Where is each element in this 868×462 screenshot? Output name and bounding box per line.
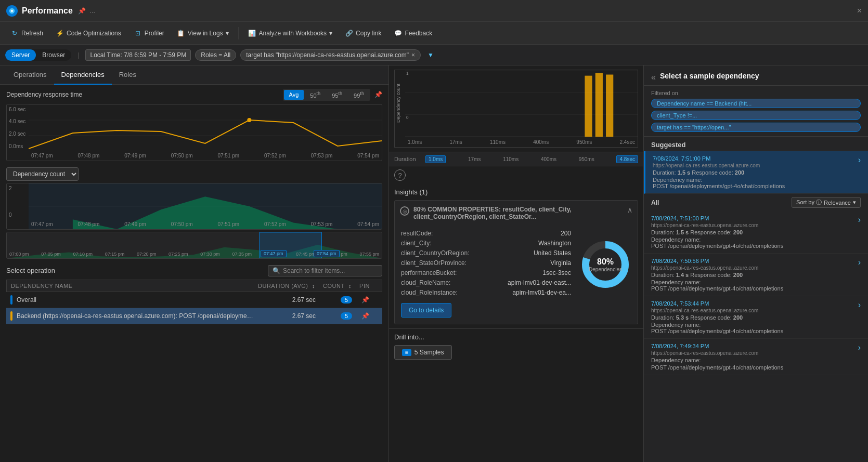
- pin-icon[interactable]: 📌: [78, 7, 86, 15]
- sample-url: https://openai-ca-res-eastus.openai.azur…: [651, 350, 783, 356]
- scatter-y-axis: Dependency count: [395, 70, 402, 137]
- th-pin: PIN: [352, 283, 378, 289]
- samples-button[interactable]: ≡ 5 Samples: [394, 345, 452, 360]
- table-header: DEPENDENCY NAME DURATION (AVG) ↕ COUNT ↕…: [6, 280, 382, 292]
- code-optimizations-button[interactable]: ⚡ Code Optimizations: [50, 27, 126, 40]
- filter-funnel-icon[interactable]: ▼: [425, 49, 436, 61]
- p50-button[interactable]: 50th: [305, 90, 326, 100]
- sample-time: 7/08/2024, 7:51:00 PM: [653, 155, 785, 162]
- samples-icon: ≡: [402, 349, 411, 356]
- th-count[interactable]: COUNT ↕: [315, 283, 352, 289]
- filter-chip-target[interactable]: target has == "https://open...": [651, 123, 861, 132]
- time-filter[interactable]: Local Time: 7/8 6:59 PM - 7:59 PM: [85, 49, 191, 61]
- th-duration[interactable]: DURATION (AVG) ↕: [253, 283, 315, 289]
- sample-nav-icon: ›: [858, 300, 861, 310]
- dep-count-chart: 2 0 07:47 pm 07:48 pm 07:49 pm 07:50 pm …: [6, 183, 382, 230]
- select-operation-title: Select operation: [6, 267, 55, 274]
- feedback-button[interactable]: 💬 Feedback: [388, 27, 437, 40]
- sample-meta: Dependency name:: [651, 357, 783, 363]
- row-count: 5: [316, 296, 352, 303]
- row-duration: 2.67 sec: [253, 312, 316, 320]
- p99-button[interactable]: 99th: [348, 90, 369, 100]
- analyze-workbooks-button[interactable]: 📊 Analyze with Workbooks ▾: [243, 27, 338, 40]
- time-filter-label: Local Time: 7/8 6:59 PM - 7:59 PM: [90, 51, 186, 59]
- sort-select[interactable]: Sort by ⓘ Relevance ▾: [792, 197, 861, 208]
- target-filter-pill[interactable]: target has "https://openai-ca-res-eastus…: [240, 49, 421, 61]
- page-title: Performance: [22, 6, 73, 16]
- roles-filter-pill[interactable]: Roles = All: [195, 49, 236, 61]
- time-overview: 07:00 pm 07:05 pm 07:10 pm 07:15 pm 07:2…: [6, 232, 382, 259]
- dep-chart-y-labels: 2 0: [7, 183, 29, 220]
- target-filter-label: target has "https://openai-ca-res-eastus…: [246, 51, 409, 59]
- svg-rect-21: [595, 73, 603, 137]
- sample-list: 7/08/2024, 7:51:00 PM https://openai-ca-…: [644, 211, 868, 462]
- help-icon[interactable]: ?: [394, 169, 406, 181]
- sample-time: 7/08/2024, 7:49:34 PM: [651, 343, 783, 349]
- dep-name-label: Dependency name:: [651, 279, 783, 285]
- sort-by-label: Sort by ⓘ: [796, 199, 822, 206]
- filter-bar: Server Browser | Local Time: 7/8 6:59 PM…: [0, 45, 868, 65]
- chart-pin-icon[interactable]: 📌: [374, 91, 382, 98]
- insight-collapse-icon[interactable]: ∧: [627, 206, 632, 214]
- sample-item[interactable]: 7/08/2024, 7:51:00 PM https://openai-ca-…: [644, 211, 868, 254]
- sample-dep-name-value: POST /openai/deployments/gpt-4o/chat/com…: [653, 183, 785, 189]
- sample-url: https://openai-ca-res-eastus.openai.azur…: [653, 163, 785, 168]
- close-button[interactable]: ×: [857, 6, 862, 16]
- table-row[interactable]: Backend (https://openai-ca-res-eastus.op…: [6, 308, 382, 324]
- refresh-button[interactable]: ↻ Refresh: [5, 27, 48, 40]
- filter-chip-dep-name[interactable]: Dependency name == Backend (htt...: [651, 99, 861, 108]
- dep-name-label: Dependency name:: [651, 236, 783, 243]
- profiler-button[interactable]: ⊡ Profiler: [128, 27, 170, 40]
- dep-count-select[interactable]: Dependency count: [6, 167, 79, 181]
- profiler-icon: ⊡: [134, 29, 142, 37]
- more-options-icon[interactable]: ...: [90, 7, 95, 15]
- sample-item[interactable]: 7/08/2024, 7:50:56 PM https://openai-ca-…: [644, 254, 868, 296]
- duration-ticks: 1.0ms 17ms 110ms 400ms 950ms 4.8sec: [425, 156, 638, 162]
- avg-button[interactable]: Avg: [284, 90, 304, 100]
- view-in-logs-button[interactable]: 📋 View in Logs ▾: [172, 27, 234, 40]
- search-input[interactable]: [283, 267, 378, 274]
- copy-link-button[interactable]: 🔗 Copy link: [340, 27, 386, 40]
- duration-end-highlight: 4.8sec: [616, 155, 638, 163]
- filter-close-icon[interactable]: ×: [411, 51, 415, 59]
- table-row[interactable]: Overall 2.67 sec 5 📌: [6, 292, 382, 308]
- middle-panel: Dependency count 1 0: [389, 65, 644, 462]
- svg-text:0: 0: [406, 115, 409, 120]
- title-bar: Performance 📌 ... ×: [0, 0, 868, 22]
- filter-chip-client-type[interactable]: client_Type !=...: [651, 111, 861, 120]
- p95-button[interactable]: 95th: [327, 90, 347, 100]
- th-dep-name: DEPENDENCY NAME: [11, 283, 253, 289]
- right-panel-header: « Select a sample dependency: [644, 65, 868, 86]
- tab-roles[interactable]: Roles: [112, 65, 144, 85]
- app-icon: [6, 5, 18, 17]
- donut-chart-area: 80% Dependencies: [579, 234, 631, 295]
- row-pin[interactable]: 📌: [352, 296, 378, 303]
- analyze-icon: 📊: [248, 29, 256, 37]
- dep-name-value: POST /openai/deployments/gpt-4o/chat/com…: [651, 285, 783, 292]
- tab-dependencies[interactable]: Dependencies: [54, 65, 112, 85]
- insight-row-city: client_City: Washington: [401, 240, 571, 247]
- sample-item[interactable]: 7/08/2024, 7:53:44 PM https://openai-ca-…: [644, 296, 868, 339]
- sample-meta: Duration: 1.5 s Response code: 200: [651, 229, 783, 235]
- search-box[interactable]: 🔍: [268, 265, 382, 276]
- browser-toggle-button[interactable]: Browser: [36, 49, 71, 61]
- dropdown-arrow-icon: ▾: [226, 30, 229, 37]
- row-pin[interactable]: 📌: [352, 312, 378, 320]
- svg-rect-20: [585, 76, 592, 137]
- scatter-chart: Dependency count 1 0: [394, 70, 638, 148]
- main-layout: Operations Dependencies Roles Dependency…: [0, 65, 868, 462]
- roles-filter-label: Roles = All: [201, 51, 230, 59]
- sample-item[interactable]: 7/08/2024, 7:49:34 PM https://openai-ca-…: [644, 339, 868, 375]
- chart-title: Dependency response time: [6, 91, 82, 98]
- sample-item[interactable]: 7/08/2024, 7:51:00 PM https://openai-ca-…: [644, 151, 868, 194]
- feedback-label: Feedback: [405, 30, 432, 37]
- tab-operations[interactable]: Operations: [6, 65, 54, 85]
- server-toggle-button[interactable]: Server: [5, 49, 36, 61]
- filter-separator: |: [77, 51, 79, 59]
- analyze-dropdown-icon: ▾: [329, 30, 332, 37]
- filter-chips-area: Filtered on Dependency name == Backend (…: [644, 86, 868, 137]
- collapse-panel-icon[interactable]: «: [651, 73, 656, 82]
- donut-chart: 80% Dependencies: [579, 239, 631, 291]
- left-panel: Operations Dependencies Roles Dependency…: [0, 65, 389, 462]
- go-to-details-button[interactable]: Go to details: [401, 303, 451, 318]
